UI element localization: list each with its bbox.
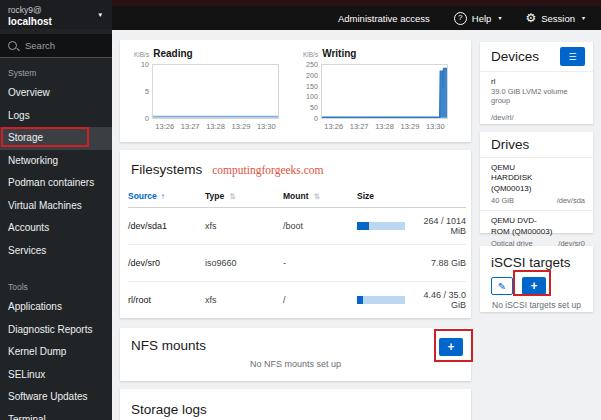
sidebar-item-networking[interactable]: Networking: [0, 150, 112, 173]
sidebar-item-services[interactable]: Services: [0, 240, 112, 263]
x-axis-ticks: 13:2613:2713:2813:2913:30: [303, 122, 448, 131]
sidebar-item-applications[interactable]: Applications: [0, 296, 112, 319]
storage-logs-title: Storage logs: [131, 402, 207, 417]
nfs-mounts-card: NFS mounts + No NFS mounts set up: [120, 328, 471, 381]
drive-name: QEMU HARDDISK (QM00013): [491, 163, 553, 194]
filesystems-table: Source↑Type⇅Mount⇅Size /dev/sda1xfs/boot…: [128, 184, 466, 318]
sidebar-item-accounts[interactable]: Accounts: [0, 217, 112, 240]
masthead-user: rocky9@: [8, 5, 104, 15]
sidebar-item-podman-containers[interactable]: Podman containers: [0, 172, 112, 195]
x-axis-ticks: 13:2613:2713:2813:2913:30: [134, 122, 279, 131]
filesystems-table-header: Source↑Type⇅Mount⇅Size: [128, 184, 466, 208]
edit-pencil-icon: ✎: [498, 281, 506, 292]
devices-menu-button[interactable]: ☰: [560, 47, 585, 66]
cell-source[interactable]: rl/root: [128, 295, 205, 305]
y-axis-ticks: 250200150100500: [303, 64, 321, 119]
help-menu[interactable]: ? Help ▾: [454, 12, 502, 25]
usage-progress-bar: [357, 296, 405, 304]
devices-title: Devices: [491, 49, 539, 64]
sidebar-item-kernel-dump[interactable]: Kernel Dump: [0, 341, 112, 364]
column-header-type[interactable]: Type⇅: [205, 191, 283, 201]
cell-size: 264 / 1014 MiB: [357, 216, 466, 236]
sidebar-item-storage[interactable]: Storage: [0, 127, 112, 150]
size-label: 7.88 GiB: [357, 258, 466, 268]
table-row[interactable]: rl/rootxfs/4.46 / 35.0 GiB: [128, 282, 466, 318]
add-nfs-mount-button[interactable]: +: [439, 338, 463, 356]
sidebar-item-overview[interactable]: Overview: [0, 82, 112, 105]
chevron-down-icon[interactable]: ▾: [98, 11, 102, 19]
sidebar-item-software-updates[interactable]: Software Updates: [0, 386, 112, 409]
sidebar-item-terminal[interactable]: Terminal: [0, 409, 112, 420]
iscsi-title: iSCSI targets: [491, 255, 571, 270]
charts-container: KiB/sReading105013:2613:2713:2813:2913:3…: [120, 40, 471, 131]
storage-logs-card: Storage logs: [120, 389, 471, 420]
drive-name: QEMU DVD-ROM (QM00003): [491, 216, 553, 237]
drive-detail: 40 GiB: [491, 196, 514, 205]
iscsi-empty-state: No iSCSI targets set up: [491, 300, 582, 310]
session-menu[interactable]: ⚙ Session ▾: [525, 12, 585, 24]
cell-mount: /: [283, 295, 357, 305]
sidebar-item-diagnostic-reports[interactable]: Diagnostic Reports: [0, 319, 112, 342]
sidebar-item-selinux[interactable]: SELinux: [0, 364, 112, 387]
table-row[interactable]: /dev/sr0iso9660-7.88 GiB: [128, 245, 466, 282]
chart-plot-area: [152, 64, 279, 119]
chart-unit-label: KiB/s: [134, 51, 149, 58]
cell-size: 4.46 / 35.0 GiB: [357, 290, 466, 310]
drives-card: Drives QEMU HARDDISK (QM00013)40 GiB/dev…: [480, 132, 593, 233]
gear-icon: ⚙: [525, 12, 536, 24]
nav-group-label-tools: Tools: [0, 272, 112, 296]
filesystems-table-body: /dev/sda1xfs/boot264 / 1014 MiB/dev/sr0i…: [128, 208, 466, 318]
topbar: Administrative access ? Help ▾ ⚙ Session…: [112, 0, 601, 30]
column-header-mount[interactable]: Mount⇅: [283, 191, 357, 201]
host-switcher[interactable]: rocky9@ localhost ▾: [0, 0, 112, 29]
edit-iscsi-button[interactable]: ✎: [491, 277, 513, 295]
masthead-host: localhost: [8, 16, 104, 27]
sidebar-search[interactable]: [0, 34, 112, 58]
filesystems-card: Filesystems computingforgeeks.com Source…: [120, 150, 471, 318]
sidebar-nav: SystemOverviewLogsStorageNetworkingPodma…: [0, 58, 112, 420]
session-label: Session: [541, 13, 575, 24]
table-row[interactable]: /dev/sda1xfs/boot264 / 1014 MiB: [128, 208, 466, 245]
chart-reading: KiB/sReading105013:2613:2713:2813:2913:3…: [134, 48, 279, 131]
search-input[interactable]: [23, 39, 107, 52]
devices-list: rl39.0 GiB LVM2 volume group/dev/rl/: [480, 72, 593, 127]
nav-group-label-system: System: [0, 58, 112, 82]
chart-writing: KiB/sWriting25020015010050013:2613:2713:…: [303, 48, 448, 131]
usage-progress-bar: [357, 222, 405, 230]
sort-idle-icon: ⇅: [314, 192, 320, 201]
watermark-text: computingforgeeks.com: [212, 164, 323, 176]
list-item[interactable]: QEMU HARDDISK (QM00013)40 GiB/dev/sda: [480, 158, 593, 211]
column-header-source[interactable]: Source↑: [128, 191, 205, 201]
drives-title: Drives: [491, 137, 529, 152]
sidebar-item-logs[interactable]: Logs: [0, 105, 112, 128]
cell-type: xfs: [205, 221, 283, 231]
column-header-size: Size: [357, 191, 466, 201]
cell-source[interactable]: /dev/sda1: [128, 221, 205, 231]
list-item[interactable]: rl39.0 GiB LVM2 volume group/dev/rl/: [480, 72, 593, 127]
devices-card: Devices ☰ rl39.0 GiB LVM2 volume group/d…: [480, 42, 593, 124]
chevron-down-icon: ▾: [498, 15, 501, 21]
cell-source[interactable]: /dev/sr0: [128, 258, 205, 268]
cell-type: xfs: [205, 295, 283, 305]
search-icon: [8, 41, 17, 50]
menu-bars-icon: ☰: [568, 52, 576, 62]
help-label: Help: [472, 13, 492, 24]
sidebar: rocky9@ localhost ▾ SystemOverviewLogsSt…: [0, 0, 112, 420]
add-iscsi-target-button[interactable]: +: [522, 277, 546, 295]
y-axis-ticks: 1050: [134, 64, 152, 119]
chart-plot-area: [321, 64, 448, 119]
sort-asc-icon: ↑: [161, 192, 165, 201]
device-desc: 39.0 GiB LVM2 volume group: [491, 87, 582, 105]
cell-mount: -: [283, 258, 357, 268]
cell-mount: /boot: [283, 221, 357, 231]
size-label: 4.46 / 35.0 GiB: [411, 290, 466, 310]
size-label: 264 / 1014 MiB: [411, 216, 466, 236]
io-charts-card: KiB/sReading105013:2613:2713:2813:2913:3…: [120, 40, 471, 142]
chart-unit-label: KiB/s: [303, 51, 318, 58]
help-icon: ?: [454, 12, 467, 25]
chart-title: Writing: [322, 48, 356, 59]
sidebar-item-virtual-machines[interactable]: Virtual Machines: [0, 195, 112, 218]
drives-list: QEMU HARDDISK (QM00013)40 GiB/dev/sdaQEM…: [480, 158, 593, 253]
admin-access-label[interactable]: Administrative access: [338, 13, 430, 24]
nfs-title: NFS mounts: [131, 338, 206, 353]
